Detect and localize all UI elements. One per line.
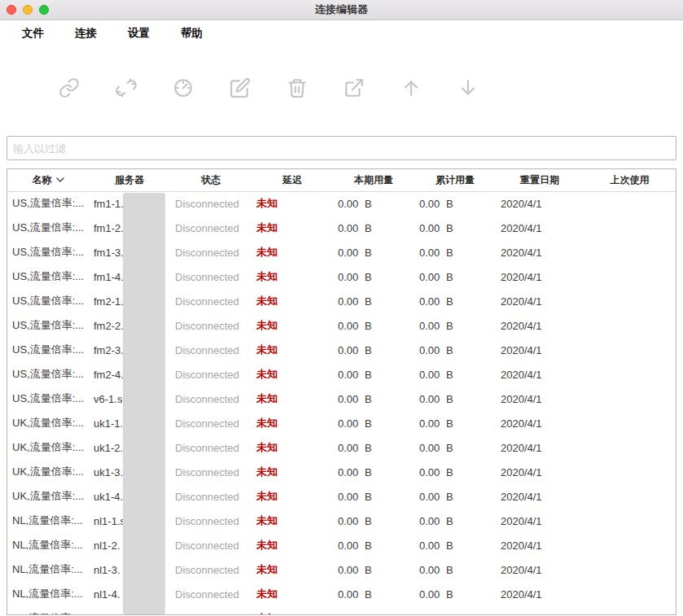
cell-status: Disconnected bbox=[170, 582, 252, 606]
cell-server: nl1-3. bbox=[89, 557, 170, 582]
table-row[interactable]: US,流量倍率:...fm2-3.Disconnected未知0.00 B0.0… bbox=[7, 338, 676, 362]
cell-status: Disconnected bbox=[170, 191, 252, 216]
table-row[interactable]: UK,流量倍率:...uk1-3.Disconnected未知0.00 B0.0… bbox=[7, 460, 676, 484]
table-row[interactable]: US,流量倍率:...fm2-4.Disconnected未知0.00 B0.0… bbox=[7, 362, 676, 387]
table-row[interactable]: US,流量倍率:...fm2-2.Disconnected未知0.00 B0.0… bbox=[7, 313, 676, 338]
table-row[interactable]: US,流量倍率:...fm2-1.Disconnected未知0.00 B0.0… bbox=[7, 289, 676, 313]
latency-test-button[interactable] bbox=[173, 77, 194, 98]
move-down-icon bbox=[458, 89, 479, 101]
table-row[interactable]: UK,流量倍率:...uk1-2.Disconnected未知0.00 B0.0… bbox=[7, 435, 676, 460]
cell-server: fm1-2. bbox=[89, 216, 170, 240]
cell-server: fm2-4. bbox=[89, 362, 170, 387]
column-header-status[interactable]: 状态 bbox=[170, 169, 252, 191]
menu-settings[interactable]: 设置 bbox=[128, 26, 150, 41]
column-header-total-usage[interactable]: 累计用量 bbox=[414, 169, 496, 191]
delete-button[interactable] bbox=[287, 77, 308, 98]
cell-latency: 未知 bbox=[252, 582, 333, 606]
cell-server: nl1-2. bbox=[89, 533, 170, 557]
cell-last-used bbox=[584, 313, 676, 338]
cell-server: nl1-1.s bbox=[89, 509, 170, 533]
cell-latency: 未知 bbox=[252, 484, 333, 509]
titlebar: 连接编辑器 bbox=[0, 0, 683, 20]
window-title: 连接编辑器 bbox=[0, 0, 683, 20]
disconnect-button[interactable] bbox=[116, 77, 137, 98]
table-row[interactable]: UK,流量倍率:...uk1-1.Disconnected未知0.00 B0.0… bbox=[7, 411, 676, 435]
cell-latency: 未知 bbox=[252, 240, 333, 264]
cell-status: Disconnected bbox=[170, 289, 252, 313]
cell-reset-date: 2020/4/1 bbox=[496, 582, 584, 606]
cell-last-used bbox=[584, 460, 676, 484]
cell-server: uk1-2. bbox=[89, 435, 170, 460]
column-header-current-usage[interactable]: 本期用量 bbox=[333, 169, 414, 191]
table-row[interactable]: UK,流量倍率:...uk1-4.Disconnected未知0.00 B0.0… bbox=[7, 484, 676, 509]
cell-latency: 未知 bbox=[252, 411, 333, 435]
cell-name: UK,流量倍率:... bbox=[7, 484, 89, 509]
cell-last-used bbox=[584, 557, 676, 582]
connect-button[interactable] bbox=[59, 77, 80, 98]
cell-last-used bbox=[584, 362, 676, 387]
cell-reset-date: 2020/4/1 bbox=[496, 289, 584, 313]
table-row[interactable]: US,流量倍率:...v6-1.sDisconnected未知0.00 B0.0… bbox=[7, 387, 676, 411]
menu-connection[interactable]: 连接 bbox=[75, 26, 97, 41]
column-header-latency[interactable]: 延迟 bbox=[252, 169, 333, 191]
cell-server: v6-1.s bbox=[89, 387, 170, 411]
cell-name: US,流量倍率:... bbox=[7, 216, 89, 240]
cell-last-used bbox=[584, 338, 676, 362]
cell-name: NL,流量倍率:... bbox=[7, 606, 89, 615]
cell-current-usage: 0.00 B bbox=[333, 484, 414, 509]
cell-current-usage: 0.00 B bbox=[333, 362, 414, 387]
cell-last-used bbox=[584, 387, 676, 411]
cell-server: fm2-3. bbox=[89, 338, 170, 362]
filter-input[interactable] bbox=[7, 136, 676, 160]
cell-name: NL,流量倍率:... bbox=[7, 582, 89, 606]
table-row[interactable]: US,流量倍率:...fm1-3.Disconnected未知0.00 B0.0… bbox=[7, 240, 676, 264]
cell-status: Disconnected bbox=[170, 362, 252, 387]
cell-current-usage: 0.00 B bbox=[333, 216, 414, 240]
cell-name: UK,流量倍率:... bbox=[7, 460, 89, 484]
table-row[interactable]: US,流量倍率:...fm1-4.Disconnected未知0.00 B0.0… bbox=[7, 264, 676, 289]
cell-latency: 未知 bbox=[252, 435, 333, 460]
cell-total-usage: 0.00 B bbox=[414, 557, 496, 582]
cell-latency: 未知 bbox=[252, 216, 333, 240]
menu-file[interactable]: 文件 bbox=[22, 26, 44, 41]
cell-reset-date: 2020/4/1 bbox=[496, 191, 584, 216]
cell-total-usage: 0.00 B bbox=[414, 240, 496, 264]
export-button[interactable] bbox=[344, 77, 365, 98]
delete-trash-icon bbox=[287, 89, 308, 101]
cell-current-usage: 0.00 B bbox=[333, 460, 414, 484]
table-row[interactable]: NL,流量倍率:...nl1-1.sDisconnected未知0.00 B0.… bbox=[7, 509, 676, 533]
cell-name: UK,流量倍率:... bbox=[7, 435, 89, 460]
table-row[interactable]: NL,流量倍率:...nl2-1.Disconnected未知0.00 B0.0… bbox=[7, 606, 676, 615]
table-row[interactable]: NL,流量倍率:...nl1-3.Disconnected未知0.00 B0.0… bbox=[7, 557, 676, 582]
cell-reset-date: 2020/4/1 bbox=[496, 557, 584, 582]
cell-reset-date: 2020/4/1 bbox=[496, 338, 584, 362]
cell-latency: 未知 bbox=[252, 289, 333, 313]
connection-table-container: 名称 服务器 状态 延迟 本期用量 累计用量 重置日期 上次使用 US,流量倍率… bbox=[7, 168, 676, 615]
cell-current-usage: 0.00 B bbox=[333, 435, 414, 460]
table-row[interactable]: US,流量倍率:...fm1-2.Disconnected未知0.00 B0.0… bbox=[7, 216, 676, 240]
column-header-last-used[interactable]: 上次使用 bbox=[584, 169, 676, 191]
column-header-reset-date[interactable]: 重置日期 bbox=[496, 169, 584, 191]
cell-name: US,流量倍率:... bbox=[7, 387, 89, 411]
edit-button[interactable] bbox=[230, 77, 251, 98]
move-up-button[interactable] bbox=[401, 77, 422, 98]
table-row[interactable]: NL,流量倍率:...nl1-2.Disconnected未知0.00 B0.0… bbox=[7, 533, 676, 557]
table-row[interactable]: US,流量倍率:...fm1-1.Disconnected未知0.00 B0.0… bbox=[7, 191, 676, 216]
column-header-name[interactable]: 名称 bbox=[7, 169, 89, 191]
cell-current-usage: 0.00 B bbox=[333, 264, 414, 289]
menu-bar: 文件 连接 设置 帮助 bbox=[0, 20, 683, 46]
cell-last-used bbox=[584, 216, 676, 240]
cell-latency: 未知 bbox=[252, 533, 333, 557]
connection-editor-window: 连接编辑器 文件 连接 设置 帮助 bbox=[0, 0, 683, 616]
column-header-server[interactable]: 服务器 bbox=[89, 169, 170, 191]
cell-last-used bbox=[584, 191, 676, 216]
menu-help[interactable]: 帮助 bbox=[181, 26, 203, 41]
cell-reset-date: 2020/4/1 bbox=[496, 362, 584, 387]
cell-status: Disconnected bbox=[170, 533, 252, 557]
cell-name: US,流量倍率:... bbox=[7, 338, 89, 362]
cell-reset-date: 2020/4/1 bbox=[496, 387, 584, 411]
table-row[interactable]: NL,流量倍率:...nl1-4.Disconnected未知0.00 B0.0… bbox=[7, 582, 676, 606]
cell-last-used bbox=[584, 411, 676, 435]
cell-server: uk1-1. bbox=[89, 411, 170, 435]
move-down-button[interactable] bbox=[458, 77, 479, 98]
